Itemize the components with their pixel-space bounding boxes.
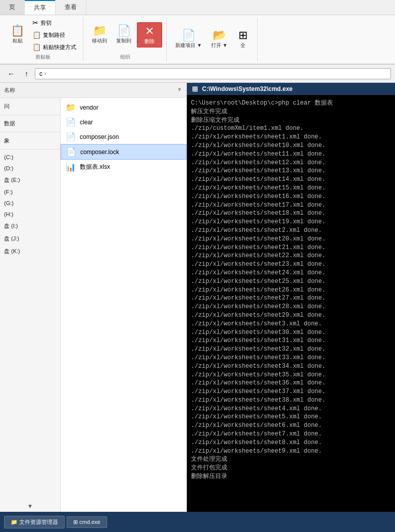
file-item-composer-json[interactable]: 📄 composer.json	[61, 129, 186, 144]
delete-label: 删除	[144, 38, 155, 45]
cmd-icon: ⊞	[192, 85, 198, 93]
sidebar-item-label-4: (D:)	[4, 165, 13, 171]
paste-button[interactable]: 📋 粘贴	[7, 23, 28, 47]
address-path[interactable]: c ›	[35, 68, 391, 79]
file-item-vendor[interactable]: 📁 vendor	[61, 100, 186, 115]
sidebar-item-label-10: 盘 (J:)	[4, 235, 19, 243]
copy-to-button[interactable]: 📄 复制到	[113, 23, 135, 47]
sidebar-item-2[interactable]: 象	[0, 134, 60, 147]
delete-button[interactable]: ✕ 删除	[137, 22, 162, 47]
sidebar-item-3[interactable]: (C:)	[0, 152, 60, 163]
path-part-c: c	[39, 70, 42, 77]
copy-path-icon: 📋	[32, 31, 41, 39]
file-explorer: 名称 ▼ 问 数据 象 (C:) (D:) 盘 (E:) (F:) (G:) (…	[0, 83, 187, 512]
open-button[interactable]: 📂 打开 ▼	[208, 27, 231, 52]
file-item-clear[interactable]: 📄 clear	[61, 115, 186, 129]
copy-label: 复制到	[116, 37, 131, 44]
cmd-window: ⊞ C:\Windows\System32\cmd.exe C:\Users\r…	[187, 83, 395, 512]
new-item-label: 新建项目 ▼	[175, 42, 202, 49]
taskbar: 📁 文件资源管理器 ⊞ cmd.exe	[0, 512, 395, 532]
copy-icon: 📄	[117, 25, 131, 36]
move-to-button[interactable]: 📁 移动到	[88, 23, 111, 47]
copy-path-button[interactable]: 📋 复制路径	[30, 29, 79, 40]
clipboard-small-group: ✂ 剪切 📋 复制路径 📋 粘贴快捷方式	[30, 17, 79, 53]
sidebar-item-10[interactable]: 盘 (J:)	[0, 232, 60, 245]
name-column-label: 名称	[4, 87, 15, 93]
organize-group-label: 组织	[88, 53, 162, 62]
file-name-composer-json: composer.json	[80, 133, 181, 140]
taskbar-explorer-btn[interactable]: 📁 文件资源管理器	[4, 516, 65, 528]
new-item-button[interactable]: 📄 新建项目 ▼	[172, 27, 206, 52]
sidebar-item-label-7: (G:)	[4, 200, 14, 206]
ribbon-tabs: 页 共享 查看	[0, 0, 395, 15]
sidebar-item-label-6: (F:)	[4, 189, 13, 195]
explorer-body: 问 数据 象 (C:) (D:) 盘 (E:) (F:) (G:) (H:) 盘…	[0, 98, 186, 512]
new-group-inner: 📄 新建项目 ▼ 📂 打开 ▼ ⊞ 全	[172, 17, 253, 62]
tab-page[interactable]: 页	[0, 0, 25, 15]
explorer-header: 名称 ▼	[0, 83, 186, 98]
sidebar-item-8[interactable]: (H:)	[0, 209, 60, 220]
clipboard-group-inner: 📋 粘贴 ✂ 剪切 📋 复制路径 📋 粘贴快捷方式	[7, 17, 79, 53]
sidebar-item-6[interactable]: (F:)	[0, 186, 60, 198]
address-bar: ← ↑ c ›	[0, 65, 395, 83]
taskbar-cmd-btn[interactable]: ⊞ cmd.exe	[67, 516, 107, 528]
sidebar-tree: 问 数据 象 (C:) (D:) 盘 (E:) (F:) (G:) (H:) 盘…	[0, 98, 61, 512]
sidebar-item-label-11: 盘 (K:)	[4, 248, 20, 255]
file-name-excel: 数据表.xlsx	[80, 163, 181, 171]
file-icon-composer-lock: 📄	[66, 147, 76, 157]
tree-separator-1	[0, 132, 60, 132]
cmd-body[interactable]: C:\Users\root\Desktop\c>php clear 数据表 解压…	[187, 95, 395, 512]
all-label: 全	[240, 42, 245, 49]
back-button[interactable]: ←	[4, 67, 18, 80]
paste-label: 粘贴	[13, 37, 23, 44]
clipboard-group: 📋 粘贴 ✂ 剪切 📋 复制路径 📋 粘贴快捷方式 剪贴板	[3, 17, 83, 62]
sort-icon: ▼	[177, 86, 182, 92]
sidebar-item-7[interactable]: (G:)	[0, 198, 60, 209]
sidebar-item-label-1: 数据	[4, 120, 15, 127]
sidebar-item-5[interactable]: 盘 (E:)	[0, 174, 60, 186]
sidebar-item-11[interactable]: 盘 (K:)	[0, 245, 60, 258]
ribbon-toolbar: 📋 粘贴 ✂ 剪切 📋 复制路径 📋 粘贴快捷方式 剪贴板	[0, 15, 395, 65]
tab-page-label: 页	[9, 3, 15, 12]
sidebar-item-1[interactable]: 数据	[0, 117, 60, 130]
tab-share[interactable]: 共享	[25, 0, 56, 15]
file-name-clear: clear	[80, 119, 181, 126]
cmd-titlebar: ⊞ C:\Windows\System32\cmd.exe	[187, 83, 395, 95]
all-button[interactable]: ⊞ 全	[233, 27, 253, 52]
file-item-composer-lock[interactable]: 📄 composer.lock	[61, 144, 186, 160]
cut-button[interactable]: ✂ 剪切	[30, 17, 79, 28]
cmd-title: C:\Windows\System32\cmd.exe	[202, 85, 292, 92]
sidebar-scroll-down[interactable]: ▼	[0, 501, 60, 512]
open-icon: 📂	[213, 30, 226, 41]
copy-path-label: 复制路径	[43, 31, 65, 39]
tab-view-label: 查看	[65, 3, 77, 12]
open-label: 打开 ▼	[211, 42, 228, 49]
main-area: 名称 ▼ 问 数据 象 (C:) (D:) 盘 (E:) (F:) (G:) (…	[0, 83, 395, 512]
cut-label: 剪切	[40, 19, 52, 27]
paste-shortcut-button[interactable]: 📋 粘贴快捷方式	[30, 41, 79, 53]
sidebar-item-0[interactable]: 问	[0, 100, 60, 113]
move-icon: 📁	[93, 25, 107, 36]
new-group: 📄 新建项目 ▼ 📂 打开 ▼ ⊞ 全	[168, 17, 258, 62]
tab-share-label: 共享	[34, 4, 46, 12]
file-name-vendor: vendor	[80, 104, 181, 111]
sidebar-item-label-8: (H:)	[4, 211, 13, 217]
scissors-icon: ✂	[32, 19, 38, 27]
tab-view[interactable]: 查看	[56, 0, 86, 15]
paste-shortcut-icon: 📋	[32, 43, 41, 51]
file-icon-composer-json: 📄	[66, 132, 76, 141]
up-button[interactable]: ↑	[21, 67, 32, 80]
name-column-header[interactable]: 名称 ▼	[4, 86, 182, 94]
path-chevron: ›	[44, 71, 46, 76]
new-item-icon: 📄	[182, 30, 195, 41]
sidebar-item-label-5: 盘 (E:)	[4, 176, 20, 184]
all-icon: ⊞	[238, 30, 248, 41]
file-icon-clear: 📄	[66, 117, 76, 127]
file-name-composer-lock: composer.lock	[80, 149, 181, 156]
sidebar-item-4[interactable]: (D:)	[0, 163, 60, 174]
tree-separator-0	[0, 115, 60, 115]
sidebar-item-9[interactable]: 盘 (I:)	[0, 220, 60, 232]
file-list: 📁 vendor 📄 clear 📄 composer.json 📄 compo…	[61, 98, 186, 512]
sidebar-item-label-2: 象	[4, 137, 10, 144]
file-item-excel[interactable]: 📊 数据表.xlsx	[61, 160, 186, 174]
